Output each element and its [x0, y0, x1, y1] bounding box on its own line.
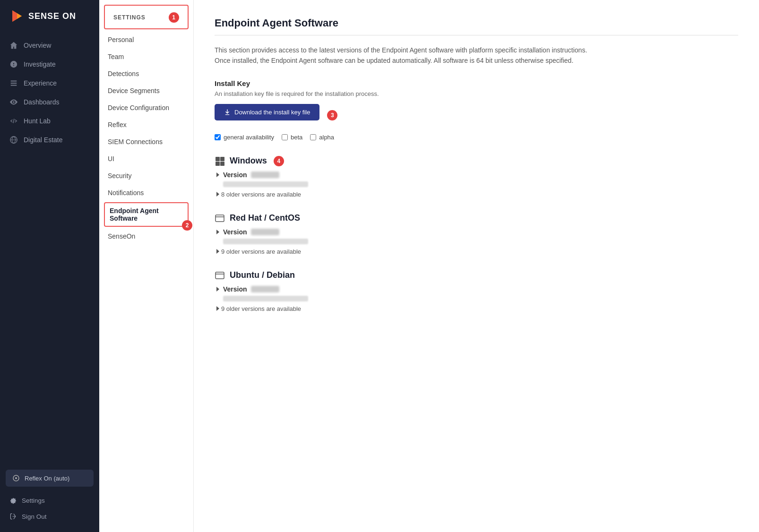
svg-rect-11	[216, 272, 224, 279]
download-btn-label: Download the install key file	[234, 109, 310, 116]
windows-version-row[interactable]: Version	[215, 171, 738, 179]
general-checkbox-label[interactable]: general availability	[215, 134, 274, 141]
alpha-checkbox-label[interactable]: alpha	[310, 134, 334, 141]
logo-text: SENSE ON	[28, 11, 76, 21]
reflex-button[interactable]: Reflex On (auto)	[6, 470, 94, 487]
ubuntu-version-row[interactable]: Version	[215, 285, 738, 293]
ubuntu-older-versions[interactable]: 9 older versions are available	[215, 305, 738, 312]
sidebar-item-dashboards[interactable]: Dashboards	[0, 93, 99, 112]
svg-point-5	[15, 477, 17, 479]
sidebar-bottom: Reflex On (auto) Settings Sign Out	[0, 464, 99, 532]
ubuntu-section: Ubuntu / Debian Version 9 older versions…	[215, 270, 738, 312]
subnav-ui[interactable]: UI	[99, 150, 193, 167]
general-label: general availability	[224, 134, 274, 141]
redhat-version-row[interactable]: Version	[215, 228, 738, 236]
version-detail-ub	[223, 296, 308, 301]
badge-2: 2	[182, 220, 192, 231]
description: This section provides access to the late…	[215, 45, 602, 66]
alpha-checkbox[interactable]	[310, 134, 316, 140]
version-number	[251, 172, 279, 178]
older-expand-icon	[216, 192, 219, 197]
code-icon	[9, 117, 18, 125]
ubuntu-title: Ubuntu / Debian	[230, 270, 295, 280]
sidebar-item-huntlab[interactable]: Hunt Lab	[0, 112, 99, 130]
alpha-label: alpha	[319, 134, 334, 141]
signout-link[interactable]: Sign Out	[6, 508, 94, 524]
home-icon	[9, 41, 18, 50]
subnav-personal[interactable]: Personal	[99, 31, 193, 48]
eye-icon	[9, 98, 18, 106]
version-label: Version	[223, 171, 247, 179]
signout-icon	[9, 513, 17, 520]
sidebar-item-label: Overview	[24, 42, 51, 49]
svg-marker-2	[17, 13, 22, 19]
logo: SENSE ON	[0, 0, 99, 32]
sidebar-item-label: Dashboards	[24, 98, 60, 106]
settings-subnav: SETTINGS 1 Personal Team Detections Devi…	[99, 0, 194, 532]
sidebar-item-label: Experience	[24, 79, 57, 87]
signout-link-label: Sign Out	[22, 513, 47, 520]
sidebar: SENSE ON Overview Investigate Experience…	[0, 0, 99, 532]
svg-rect-8	[216, 162, 220, 166]
subnav-header: SETTINGS 1	[104, 5, 189, 29]
subnav-endpoint-agent[interactable]: Endpoint Agent Software 2	[104, 202, 189, 227]
divider	[215, 35, 738, 35]
settings-link-label: Settings	[22, 497, 45, 504]
subnav-reflex[interactable]: Reflex	[99, 116, 193, 133]
subnav-siem[interactable]: SIEM Connections	[99, 133, 193, 150]
svg-rect-10	[216, 215, 224, 222]
general-checkbox[interactable]	[215, 134, 221, 140]
subnav-notifications[interactable]: Notifications	[99, 184, 193, 201]
filter-row: general availability beta alpha	[215, 134, 738, 141]
windows-header: Windows 4	[215, 156, 738, 166]
sidebar-item-experience[interactable]: Experience	[0, 74, 99, 93]
redhat-header: Red Hat / CentOS	[215, 213, 738, 223]
redhat-title: Red Hat / CentOS	[230, 213, 300, 223]
version-detail-rh	[223, 239, 308, 244]
main-content: Endpoint Agent Software This section pro…	[194, 0, 759, 532]
windows-title: Windows	[230, 156, 267, 166]
beta-checkbox[interactable]	[282, 134, 288, 140]
gear-icon	[9, 497, 17, 504]
reflex-btn-label: Reflex On (auto)	[25, 475, 69, 482]
sidebar-item-investigate[interactable]: Investigate	[0, 55, 99, 74]
svg-rect-7	[220, 157, 224, 161]
sidebar-item-digitalestate[interactable]: Digital Estate	[0, 130, 99, 149]
bottom-links: Settings Sign Out	[6, 492, 94, 524]
svg-rect-6	[216, 157, 220, 161]
logo-icon	[9, 9, 25, 24]
expand-icon-ub	[216, 287, 219, 292]
subnav-detections[interactable]: Detections	[99, 65, 193, 82]
redhat-older-label: 9 older versions are available	[221, 248, 301, 255]
version-label-ub: Version	[223, 285, 247, 293]
windows-section: Windows 4 Version 8 older versions are a…	[215, 156, 738, 198]
install-key-title: Install Key	[215, 79, 738, 87]
badge-4: 4	[274, 156, 284, 166]
version-label-rh: Version	[223, 228, 247, 236]
install-key-section: Install Key An installation key file is …	[215, 79, 738, 141]
subnav-security[interactable]: Security	[99, 167, 193, 184]
version-number-rh	[251, 229, 279, 235]
globe-icon	[9, 136, 18, 144]
subnav-device-segments[interactable]: Device Segments	[99, 82, 193, 99]
subnav-senseon[interactable]: SenseOn	[99, 228, 193, 245]
svg-marker-1	[12, 10, 17, 22]
windows-older-versions[interactable]: 8 older versions are available	[215, 191, 738, 198]
page-title: Endpoint Agent Software	[215, 17, 738, 29]
redhat-older-versions[interactable]: 9 older versions are available	[215, 248, 738, 255]
redhat-section: Red Hat / CentOS Version 9 older version…	[215, 213, 738, 255]
list-icon	[9, 79, 18, 87]
older-expand-icon-ub	[216, 306, 219, 311]
version-number-ub	[251, 286, 279, 292]
subnav-team[interactable]: Team	[99, 48, 193, 65]
beta-checkbox-label[interactable]: beta	[282, 134, 302, 141]
ubuntu-header: Ubuntu / Debian	[215, 270, 738, 281]
expand-icon	[216, 172, 219, 177]
settings-link[interactable]: Settings	[6, 492, 94, 508]
ubuntu-icon	[215, 270, 225, 281]
download-key-button[interactable]: Download the install key file	[215, 104, 319, 120]
subnav-device-config[interactable]: Device Configuration	[99, 99, 193, 116]
sidebar-item-label: Digital Estate	[24, 136, 62, 144]
sidebar-item-overview[interactable]: Overview	[0, 36, 99, 55]
ubuntu-older-label: 9 older versions are available	[221, 305, 301, 312]
